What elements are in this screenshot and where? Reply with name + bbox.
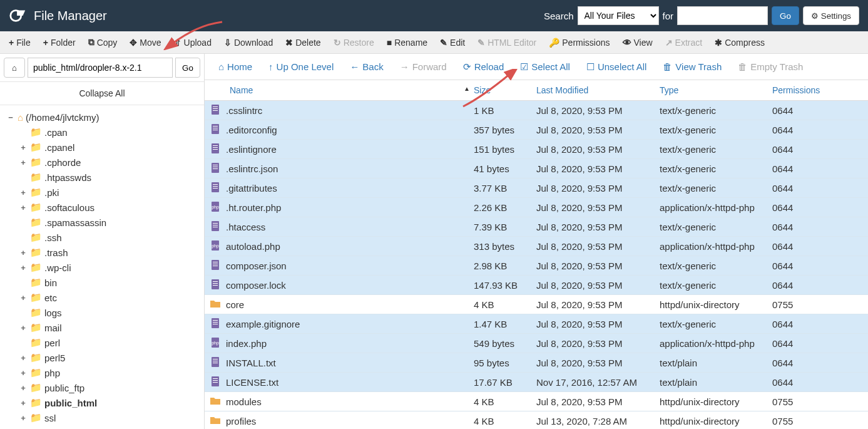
rename-button[interactable]: ■Rename xyxy=(380,31,434,54)
reload-button[interactable]: ⟳Reload xyxy=(456,54,512,80)
tree-toggle-icon[interactable]: + xyxy=(19,203,28,212)
view-button[interactable]: 👁View xyxy=(616,31,659,54)
tree-item-softaculous[interactable]: +📁.softaculous xyxy=(19,200,198,215)
tree-item-public_ftp[interactable]: +📁public_ftp xyxy=(19,380,198,395)
tree-toggle-icon[interactable]: − xyxy=(6,113,15,122)
tree-item-ssl[interactable]: +📁ssl xyxy=(19,410,198,425)
tree-toggle-icon[interactable]: + xyxy=(19,188,28,197)
collapse-all-button[interactable]: Collapse All xyxy=(0,82,204,105)
tree-toggle-icon[interactable]: + xyxy=(19,158,28,167)
file-row[interactable]: phpautoload.php313 bytesJul 8, 2020, 9:5… xyxy=(205,237,868,256)
file-date: Jul 13, 2020, 7:28 AM xyxy=(536,416,660,426)
col-permissions[interactable]: Permissions xyxy=(772,85,835,95)
tree-item-php[interactable]: +📁php xyxy=(19,365,198,380)
file-row[interactable]: .htaccess7.39 KBJul 8, 2020, 9:53 PMtext… xyxy=(205,217,868,237)
tree-item-cpanel[interactable]: +📁.cpanel xyxy=(19,140,198,155)
file-size: 41 bytes xyxy=(474,163,536,174)
tree-item-pki[interactable]: +📁.pki xyxy=(19,185,198,200)
back-button[interactable]: ←Back xyxy=(342,54,391,80)
tree-item-perl[interactable]: 📁perl xyxy=(19,335,198,350)
file-row[interactable]: composer.json2.98 KBJul 8, 2020, 9:53 PM… xyxy=(205,256,868,276)
tree-item-etc[interactable]: +📁etc xyxy=(19,290,198,305)
col-type[interactable]: Type xyxy=(660,85,772,95)
file-row[interactable]: LICENSE.txt17.67 KBNov 17, 2016, 12:57 A… xyxy=(205,373,868,392)
tree-root[interactable]: − ⌂ (/home4/jlvtckmy) xyxy=(6,110,198,125)
file-row[interactable]: .gitattributes3.77 KBJul 8, 2020, 9:53 P… xyxy=(205,178,868,198)
col-name[interactable]: Name▲ xyxy=(205,85,474,95)
copy-button[interactable]: ⧉Copy xyxy=(82,31,124,54)
tree-item-perl5[interactable]: +📁perl5 xyxy=(19,350,198,365)
file-permissions: 0644 xyxy=(772,319,835,329)
settings-button[interactable]: ⚙Settings xyxy=(803,6,859,25)
col-size[interactable]: Size xyxy=(474,85,536,95)
file-type: text/plain xyxy=(660,358,772,368)
col-modified[interactable]: Last Modified xyxy=(536,85,660,95)
tree-item-public_html[interactable]: +📁public_html xyxy=(19,395,198,410)
tree-toggle-icon[interactable]: + xyxy=(19,413,28,423)
file-row[interactable]: example.gitignore1.47 KBJul 8, 2020, 9:5… xyxy=(205,314,868,334)
file-row[interactable]: .eslintignore151 bytesJul 8, 2020, 9:53 … xyxy=(205,140,868,159)
file-row[interactable]: core4 KBJul 8, 2020, 9:53 PMhttpd/unix-d… xyxy=(205,295,868,314)
file-row[interactable]: .editorconfig357 bytesJul 8, 2020, 9:53 … xyxy=(205,120,868,140)
download-button[interactable]: ⇩Download xyxy=(218,31,279,54)
file-row[interactable]: php.ht.router.php2.26 KBJul 8, 2020, 9:5… xyxy=(205,198,868,217)
move-button[interactable]: ✥Move xyxy=(123,31,167,54)
tree-item-tmp[interactable]: +📁tmp xyxy=(19,425,198,429)
search-input[interactable] xyxy=(677,6,768,25)
compress-button[interactable]: ✱Compress xyxy=(708,31,771,54)
tree-toggle-icon[interactable]: + xyxy=(19,353,28,363)
file-icon xyxy=(205,182,226,195)
file-row[interactable]: modules4 KBJul 8, 2020, 9:53 PMhttpd/uni… xyxy=(205,392,868,411)
tree-toggle-icon[interactable]: + xyxy=(19,383,28,393)
tree-toggle-icon[interactable]: + xyxy=(19,143,28,152)
delete-button[interactable]: ✖Delete xyxy=(279,31,327,54)
tree-toggle-icon[interactable]: + xyxy=(19,263,28,272)
tree-toggle-icon[interactable]: + xyxy=(19,323,28,333)
file-permissions: 0644 xyxy=(772,241,835,252)
home-button[interactable]: ⌂Home xyxy=(211,54,260,80)
file-row[interactable]: INSTALL.txt95 bytesJul 8, 2020, 9:53 PMt… xyxy=(205,353,868,373)
tree-item-ssh[interactable]: 📁.ssh xyxy=(19,230,198,245)
tree-toggle-icon[interactable]: + xyxy=(19,293,28,302)
path-input[interactable] xyxy=(28,58,173,78)
unselect-all-button[interactable]: ☐Unselect All xyxy=(579,54,654,80)
file-row[interactable]: .csslintrc1 KBJul 8, 2020, 9:53 PMtext/x… xyxy=(205,101,868,120)
search-go-button[interactable]: Go xyxy=(772,6,799,25)
view-trash-button[interactable]: 🗑View Trash xyxy=(655,54,729,80)
folder-button[interactable]: +Folder xyxy=(37,31,82,54)
svg-rect-25 xyxy=(213,225,218,225)
tree-toggle-icon[interactable]: + xyxy=(19,368,28,378)
tree-item-cphorde[interactable]: +📁.cphorde xyxy=(19,155,198,170)
tree-item-spamassassin[interactable]: 📁.spamassassin xyxy=(19,215,198,230)
permissions-button[interactable]: 🔑Permissions xyxy=(543,31,616,54)
file-permissions: 0644 xyxy=(772,105,835,116)
file-row[interactable]: profiles4 KBJul 13, 2020, 7:28 AMhttpd/u… xyxy=(205,411,868,429)
restore-icon: ↻ xyxy=(334,38,341,48)
file-icon xyxy=(205,162,226,175)
svg-rect-46 xyxy=(213,363,218,363)
tree-item-trash[interactable]: +📁.trash xyxy=(19,245,198,260)
reload-icon: ⟳ xyxy=(463,61,471,73)
file-row[interactable]: composer.lock147.93 KBJul 8, 2020, 9:53 … xyxy=(205,276,868,295)
tree-item-htpasswds[interactable]: 📁.htpasswds xyxy=(19,170,198,185)
file-row[interactable]: phpindex.php549 bytesJul 8, 2020, 9:53 P… xyxy=(205,334,868,353)
edit-button[interactable]: ✎Edit xyxy=(434,31,471,54)
tree-item-cpan[interactable]: 📁.cpan xyxy=(19,125,198,140)
tree-item-bin[interactable]: 📁bin xyxy=(19,275,198,290)
file-name: .ht.router.php xyxy=(226,202,474,213)
file-row[interactable]: .eslintrc.json41 bytesJul 8, 2020, 9:53 … xyxy=(205,159,868,178)
path-go-button[interactable]: Go xyxy=(175,58,200,78)
search-scope-select[interactable]: All Your Files xyxy=(578,6,659,25)
tree-toggle-icon[interactable]: + xyxy=(19,248,28,257)
up-one-level-button[interactable]: ↑Up One Level xyxy=(261,54,341,80)
tree-toggle-icon[interactable]: + xyxy=(19,398,28,408)
svg-rect-20 xyxy=(213,188,218,189)
tree-item-mail[interactable]: +📁mail xyxy=(19,320,198,335)
sidebar-home-button[interactable]: ⌂ xyxy=(4,58,25,78)
tree-item-wp-cli[interactable]: +📁.wp-cli xyxy=(19,260,198,275)
edit-icon: ✎ xyxy=(440,38,447,48)
file-button[interactable]: +File xyxy=(3,31,37,54)
upload-button[interactable]: ⇧Upload xyxy=(168,31,218,54)
select-all-button[interactable]: ☑Select All xyxy=(513,54,578,80)
tree-item-logs[interactable]: 📁logs xyxy=(19,305,198,320)
